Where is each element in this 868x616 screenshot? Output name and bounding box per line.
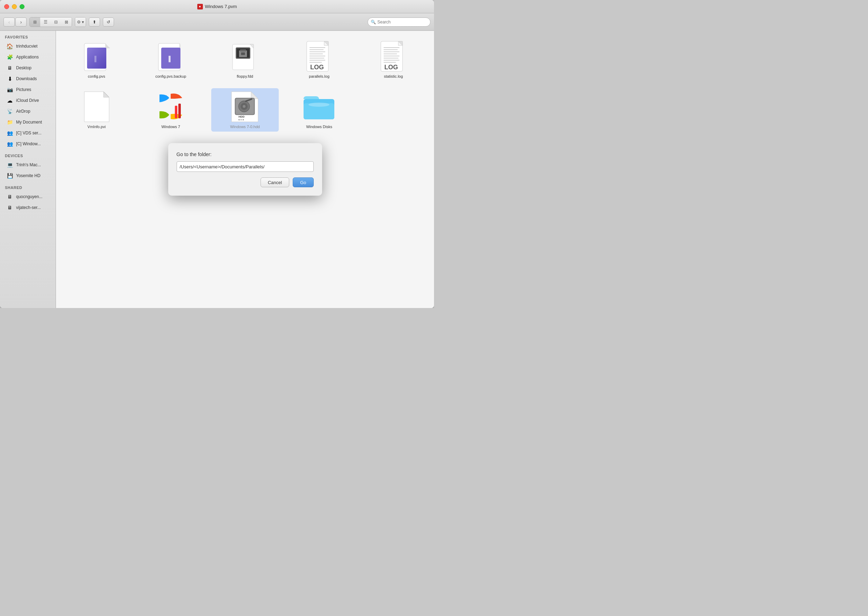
folder-path-input[interactable] (177, 161, 314, 172)
sidebar-item-label: Desktop (16, 66, 31, 70)
list-view-button[interactable]: ☰ (40, 17, 51, 27)
sidebar-item-label: [C] VDS ser... (16, 130, 42, 135)
window-controls (4, 4, 25, 9)
disk-icon: 💾 (6, 172, 13, 179)
share-button[interactable]: ⬆ (89, 17, 100, 27)
sidebar-item-label: iCloud Drive (16, 98, 39, 103)
home-icon: 🏠 (6, 43, 13, 50)
downloads-icon: ⬇ (6, 75, 13, 82)
back-button[interactable]: ‹ (3, 17, 15, 27)
sidebar-item-label: Downloads (16, 76, 37, 81)
sidebar: Favorites 🏠 trinhducviet 🧩 Applications … (0, 31, 56, 308)
sidebar-item-pictures[interactable]: 📷 Pictures (2, 84, 54, 95)
server-icon: 🖥 (6, 193, 13, 200)
cancel-button[interactable]: Cancel (260, 178, 289, 187)
sidebar-item-label: Trinh's Mac... (16, 162, 41, 167)
server-icon2: 🖥 (6, 204, 13, 211)
nav-buttons: ‹ › (3, 17, 27, 27)
sidebar-item-vds[interactable]: 👥 [C] VDS ser... (2, 128, 54, 138)
sidebar-item-yosemite[interactable]: 💾 Yosemite HD (2, 170, 54, 181)
search-input[interactable] (378, 20, 430, 25)
sidebar-item-airdrop[interactable]: 📡 AirDrop (2, 106, 54, 116)
laptop-icon: 💻 (6, 161, 13, 168)
file-area: ∥ config.pvs (56, 31, 434, 308)
title-text: Windows 7.pvm (205, 4, 237, 9)
applications-icon: 🧩 (6, 53, 13, 61)
sidebar-item-mydocument[interactable]: 📁 My Document (2, 117, 54, 127)
sidebar-item-label: vijatech-ser... (16, 205, 41, 210)
search-icon: 🔍 (371, 20, 376, 25)
pictures-icon: 📷 (6, 86, 13, 93)
search-box[interactable]: 🔍 (368, 17, 431, 27)
forward-button[interactable]: › (16, 17, 27, 27)
folder-icon: 📁 (6, 119, 13, 126)
sidebar-item-desktop[interactable]: 🖥 Desktop (2, 63, 54, 73)
dialog-overlay: Go to the folder: Cancel Go (56, 31, 434, 308)
shared-folder-icon: 👥 (6, 129, 13, 137)
icloud-icon: ☁ (6, 97, 13, 104)
sidebar-item-label: AirDrop (16, 109, 30, 114)
arrange-button[interactable]: ⚙ ▾ (75, 17, 86, 27)
shared-folder-icon2: 👥 (6, 140, 13, 147)
titlebar: ■ Windows 7.pvm (0, 0, 434, 13)
airdrop-icon: 📡 (6, 108, 13, 115)
dialog-title: Go to the folder: (177, 152, 314, 157)
sidebar-item-label: My Document (16, 120, 42, 124)
go-button[interactable]: Go (293, 178, 313, 187)
sidebar-item-label: [C] Window... (16, 141, 41, 146)
toolbar: ‹ › ⊞ ☰ ⊟ ⊠ ⚙ ▾ ⬆ ↺ 🔍 (0, 13, 434, 31)
maximize-button[interactable] (20, 4, 25, 9)
sidebar-item-label: quocnguyen... (16, 194, 42, 199)
sidebar-item-applications[interactable]: 🧩 Applications (2, 52, 54, 62)
sidebar-item-windows[interactable]: 👥 [C] Window... (2, 138, 54, 149)
goto-folder-dialog: Go to the folder: Cancel Go (168, 143, 322, 196)
sidebar-item-downloads[interactable]: ⬇ Downloads (2, 74, 54, 84)
sidebar-item-label: Applications (16, 55, 39, 60)
main-area: Favorites 🏠 trinhducviet 🧩 Applications … (0, 31, 434, 308)
sidebar-item-label: trinhducviet (16, 44, 38, 49)
cover-view-button[interactable]: ⊠ (61, 17, 72, 27)
sidebar-item-icloud[interactable]: ☁ iCloud Drive (2, 95, 54, 106)
sidebar-item-vija[interactable]: 🖥 vijatech-ser... (2, 202, 54, 213)
column-view-button[interactable]: ⊟ (51, 17, 61, 27)
shared-section-title: Shared (0, 181, 56, 191)
devices-section-title: Devices (0, 149, 56, 159)
action-button[interactable]: ↺ (103, 17, 114, 27)
icon-view-button[interactable]: ⊞ (30, 17, 40, 27)
close-button[interactable] (4, 4, 9, 9)
sidebar-item-quoc[interactable]: 🖥 quocnguyen... (2, 192, 54, 202)
sidebar-item-trinhsmac[interactable]: 💻 Trinh's Mac... (2, 160, 54, 170)
arrange-buttons: ⚙ ▾ (75, 17, 86, 27)
finder-window: ■ Windows 7.pvm ‹ › ⊞ ☰ ⊟ ⊠ ⚙ ▾ ⬆ ↺ 🔍 F (0, 0, 434, 308)
sidebar-item-label: Pictures (16, 87, 31, 92)
desktop-icon: 🖥 (6, 64, 13, 71)
window-title: ■ Windows 7.pvm (197, 4, 237, 9)
sidebar-item-home[interactable]: 🏠 trinhducviet (2, 41, 54, 52)
dialog-buttons: Cancel Go (177, 178, 314, 187)
minimize-button[interactable] (12, 4, 17, 9)
view-buttons: ⊞ ☰ ⊟ ⊠ (30, 17, 72, 27)
sidebar-item-label: Yosemite HD (16, 173, 41, 178)
title-icon: ■ (197, 4, 203, 9)
favorites-section-title: Favorites (0, 31, 56, 41)
